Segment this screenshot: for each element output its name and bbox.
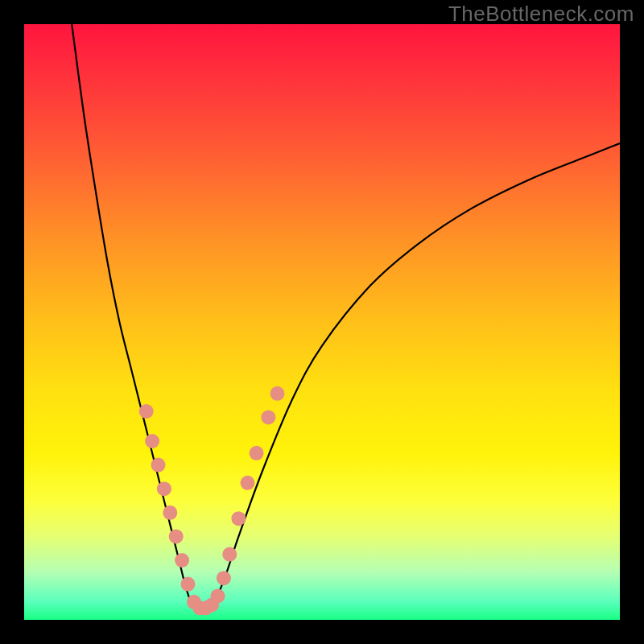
left-dot-5: [163, 506, 177, 520]
right-dot-5: [250, 446, 264, 460]
left-dot-2: [145, 434, 159, 448]
chart-frame: TheBottleneck.com: [0, 0, 644, 644]
chart-svg: [24, 24, 620, 620]
right-dot-7: [270, 386, 285, 401]
right-dot-6: [261, 410, 275, 424]
left-dot-1: [139, 404, 154, 419]
right-dot-1: [217, 571, 231, 585]
left-dot-6: [169, 529, 184, 543]
watermark-label: TheBottleneck.com: [448, 2, 634, 27]
left-dot-8: [181, 577, 196, 592]
left-dot-7: [175, 553, 189, 568]
right-dot-4: [241, 476, 255, 490]
valley-5: [211, 588, 225, 603]
curve-left: [72, 24, 196, 608]
right-dot-3: [231, 511, 246, 526]
left-dot-3: [151, 458, 166, 473]
right-dot-2: [222, 547, 237, 562]
plot-area: [24, 24, 620, 620]
data-points-group: [139, 386, 285, 615]
left-dot-4: [157, 481, 171, 496]
curve-right: [208, 143, 620, 608]
